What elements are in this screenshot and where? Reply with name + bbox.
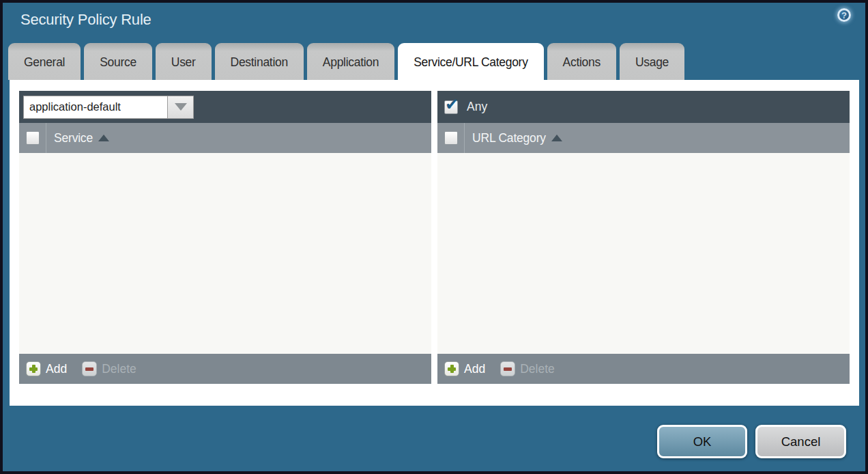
tab-user[interactable]: User — [156, 43, 212, 80]
url-category-column-header-row: URL Category — [437, 123, 850, 153]
service-select-all-checkbox[interactable] — [26, 131, 40, 145]
url-category-panel: Any URL Category Add — [437, 91, 850, 384]
url-category-column-header[interactable]: URL Category — [472, 131, 546, 145]
minus-icon — [500, 361, 515, 376]
plus-icon — [444, 361, 459, 376]
service-list-body — [19, 153, 431, 354]
service-panel: Service Add Delete — [19, 91, 431, 384]
url-category-panel-header: Any — [437, 91, 850, 123]
cancel-button[interactable]: Cancel — [755, 425, 846, 458]
url-category-add-button[interactable]: Add — [444, 361, 485, 376]
url-category-select-all-cell — [437, 123, 465, 153]
help-icon[interactable]: ? — [837, 8, 851, 22]
sort-ascending-icon — [551, 135, 562, 141]
url-category-panel-footer: Add Delete — [437, 354, 850, 384]
service-panel-header — [19, 91, 431, 123]
url-category-delete-label: Delete — [520, 362, 555, 376]
service-add-label: Add — [46, 362, 67, 376]
tab-destination[interactable]: Destination — [215, 43, 304, 80]
tab-actions[interactable]: Actions — [547, 43, 616, 80]
tab-service-url-category[interactable]: Service/URL Category — [398, 43, 543, 80]
service-select-all-cell — [19, 123, 46, 153]
any-checkbox[interactable] — [444, 100, 458, 114]
help-glyph: ? — [841, 11, 847, 20]
tab-general[interactable]: General — [8, 43, 81, 80]
tab-application[interactable]: Application — [307, 43, 394, 80]
service-type-combobox — [23, 96, 194, 119]
sort-ascending-icon — [98, 135, 109, 141]
service-type-input[interactable] — [23, 96, 168, 119]
any-label: Any — [467, 100, 487, 114]
tab-bar: GeneralSourceUserDestinationApplicationS… — [8, 43, 688, 80]
security-policy-rule-dialog: Security Policy Rule ? GeneralSourceUser… — [0, 0, 868, 474]
service-delete-button[interactable]: Delete — [82, 361, 136, 376]
url-category-add-label: Add — [464, 362, 485, 376]
service-type-dropdown-button[interactable] — [168, 96, 194, 119]
service-panel-footer: Add Delete — [19, 354, 431, 384]
service-column-header-row: Service — [19, 123, 431, 153]
ok-button[interactable]: OK — [657, 425, 747, 458]
dialog-content: Service Add Delete — [10, 80, 859, 406]
service-add-button[interactable]: Add — [26, 361, 67, 376]
url-category-select-all-checkbox[interactable] — [444, 131, 458, 145]
tab-usage[interactable]: Usage — [620, 43, 684, 80]
service-delete-label: Delete — [102, 362, 136, 376]
url-category-delete-button[interactable]: Delete — [500, 361, 555, 376]
minus-icon — [82, 361, 97, 376]
chevron-down-icon — [175, 103, 187, 111]
dialog-title: Security Policy Rule — [20, 11, 151, 29]
tab-source[interactable]: Source — [84, 43, 152, 80]
service-column-header[interactable]: Service — [54, 131, 93, 145]
plus-icon — [26, 361, 41, 376]
url-category-list-body — [437, 153, 850, 354]
